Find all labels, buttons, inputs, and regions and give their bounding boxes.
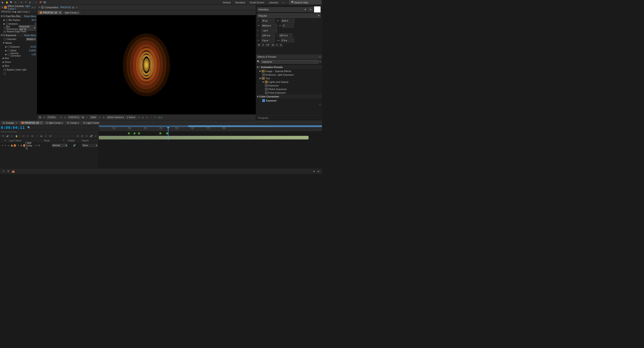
blur-dimensions-dropdown[interactable]: Horizontal and Ve ▾ <box>19 25 36 30</box>
layer-1-mode-dropdown[interactable]: Normal ▾ <box>52 144 68 147</box>
exposure-header[interactable]: fx Exposure Reset Abou <box>0 34 37 37</box>
comp-fit-icon[interactable]: ⊞ <box>60 116 63 119</box>
layer-1-audio[interactable]: ● <box>4 144 7 147</box>
timeline-tab-profog10[interactable]: PROFOG 10 ≡ <box>20 121 44 124</box>
exposure-value-stopwatch[interactable] <box>8 46 10 48</box>
tl-label-icon[interactable]: 🏷 <box>21 134 25 138</box>
effects-search-input[interactable] <box>261 60 318 64</box>
comp-stereo3-icon[interactable]: ⊡ <box>145 116 148 119</box>
layer-1-lock[interactable]: 🔒 <box>10 144 13 147</box>
blur-radius-value[interactable]: 90,0 <box>27 19 36 21</box>
text-style-T1[interactable]: T <box>257 43 261 47</box>
exposure-reset[interactable]: Reset <box>24 34 30 36</box>
gamma-stopwatch[interactable] <box>8 54 10 56</box>
metrics-dropdown[interactable]: Metrics ▾ <box>261 24 277 28</box>
fast-box-blur-reset[interactable]: Reset <box>24 15 30 18</box>
effects-presets-menu-icon[interactable]: ≡ <box>319 56 321 58</box>
track-bar-1[interactable] <box>99 136 308 140</box>
tl-bottom-nav-right[interactable]: ▶ <box>316 169 321 173</box>
expand-bottom-icon[interactable]: ↗ <box>319 103 321 106</box>
tl-bottom-1[interactable]: ⊙ <box>1 169 6 173</box>
fast-box-blur-header[interactable]: fx Fast Box Blur Reset Abou <box>0 14 37 18</box>
select-tool-icon[interactable]: ▶ <box>1 1 4 4</box>
tl-comp-btn1[interactable]: ⊟ <box>76 134 80 138</box>
animation-presets-header[interactable]: * Animation Presets <box>256 65 322 70</box>
tl-3d-icon[interactable]: 3D <box>48 134 52 138</box>
pen-tool-icon[interactable]: ✒ <box>20 1 23 4</box>
comp-snapshot-icon[interactable]: 📷 <box>82 116 85 119</box>
red-group-header[interactable]: Red <box>0 56 37 60</box>
comp-grid-icon[interactable]: ⊡ <box>64 116 67 119</box>
exposure-value-row[interactable]: Exposure 10,00 <box>0 45 37 49</box>
blur-dimensions-row[interactable]: Blur Dimensions Horizontal and Ve ▾ <box>0 26 37 30</box>
comp-refresh-icon[interactable]: ↺ <box>153 116 156 119</box>
font-edit-btn[interactable]: ✏ <box>308 7 313 12</box>
view-dropdown[interactable]: 1 View ▾ <box>126 116 136 119</box>
tl-solo-icon[interactable]: S <box>10 134 14 138</box>
search-bar[interactable]: 🔍 <box>290 0 321 4</box>
zoom-dropdown[interactable]: 74,6% ▾ <box>46 116 56 119</box>
tl-visibility-icon[interactable]: 👁 <box>1 134 5 138</box>
offset-stopwatch[interactable] <box>8 50 10 52</box>
flicker-exposure-file[interactable]: Flicker Exposure <box>256 87 322 91</box>
exposure-preset-file[interactable]: Exposure <box>256 84 322 87</box>
tl-lock-icon[interactable]: 🔒 <box>14 134 18 138</box>
tl-adjustment-icon[interactable]: ⊙ <box>44 134 48 138</box>
master-group-header[interactable]: Master <box>0 41 37 45</box>
font-size-input[interactable]: 36 px <box>261 19 275 23</box>
text-style-T-super[interactable]: T <box>276 43 279 47</box>
tab-profog10-menu[interactable]: ≡ <box>40 122 42 124</box>
workspace-libraries[interactable]: Libraries <box>268 1 279 4</box>
comp-panel-menu-icon[interactable]: ≡ <box>76 6 78 9</box>
tl-comp-btn4[interactable]: 🔗 <box>89 134 93 138</box>
repeat-edge-pixels-checkbox[interactable] <box>4 30 6 33</box>
tl-comp-btn3[interactable]: ⊡ <box>85 134 89 138</box>
layer-1-anchor-icon[interactable]: ⊙ <box>35 144 36 146</box>
fast-box-blur-about[interactable]: Abou <box>31 15 36 18</box>
text-tool-icon[interactable]: T <box>24 1 28 4</box>
embosse-file[interactable]: Embosse...tiple Exposure <box>256 73 322 76</box>
comp-stereo1-icon[interactable]: ⊟ <box>137 116 140 119</box>
baseline-input[interactable]: 0 px ▾ <box>261 38 275 42</box>
layer-1-fx-icon[interactable]: / fx <box>38 144 40 146</box>
gamma-row[interactable]: Gamma Correction 1,00 <box>0 52 37 56</box>
font-style-dropdown[interactable]: Regular ▾ <box>257 14 321 18</box>
bypass-linear-light-checkbox[interactable] <box>4 69 6 71</box>
tl-transfer-icon[interactable]: ↔ <box>35 134 39 138</box>
font-auto-input[interactable]: Auto ▾ <box>281 19 294 23</box>
zoom-tool-icon[interactable]: 🔍 <box>10 1 13 4</box>
tracking-input[interactable]: 0 <box>282 24 294 28</box>
green-group-header[interactable]: Green <box>0 60 37 64</box>
workspace-expand-icon[interactable]: » <box>282 1 285 4</box>
timeline-tab-footage[interactable]: footage ✕ <box>1 121 19 124</box>
tl-motion-blur-icon[interactable]: ◉ <box>39 134 43 138</box>
timeline-search-icon[interactable]: 🔍 <box>28 126 30 129</box>
shape-tool-icon[interactable]: □ <box>34 1 38 4</box>
text-style-TT[interactable]: TT <box>265 43 270 47</box>
layer-1-label[interactable] <box>14 144 16 147</box>
blur-dimensions-stopwatch[interactable] <box>4 27 6 29</box>
blur-radius-stopwatch[interactable] <box>6 19 8 21</box>
layer-1-expand-icon[interactable]: ▶ <box>21 144 22 146</box>
comp-stereo2-icon[interactable]: ⊞ <box>141 116 144 119</box>
tl-num-icon[interactable]: # <box>26 134 30 138</box>
exposure-value[interactable]: 10,00 <box>27 46 36 48</box>
timeline-layer-row-1[interactable]: 👁 ● S 🔒 1 ▶ C [ light Comp 1] ⊙ / fx <box>0 143 98 148</box>
text-style-T2[interactable]: T <box>261 43 265 47</box>
panel-expand-icon[interactable]: » <box>34 6 36 9</box>
comp-close-icon[interactable]: ✕ <box>38 6 40 8</box>
tl-bottom-nav-left[interactable]: ◀ <box>312 169 316 173</box>
comp-tab-profog10[interactable]: PROFOG 10 ◀ <box>38 10 63 14</box>
blue-group-header[interactable]: Blue <box>0 64 37 68</box>
tl-bottom-2[interactable]: ⚙ <box>6 169 10 173</box>
pulse-exposure-file[interactable]: Pulse Exposure <box>256 91 322 94</box>
comp-monitor-icon[interactable]: 🖥 <box>42 116 46 119</box>
camera-dropdown[interactable]: Active Camera ▾ <box>106 116 125 119</box>
timeline-tab-lightcomp1[interactable]: light Comp 1 <box>44 121 65 124</box>
pin-tool-icon[interactable]: 📌 <box>38 1 42 4</box>
tab-footage-close[interactable]: ✕ <box>16 122 17 124</box>
layer-1-trkmat-icon[interactable]: 🔗 <box>72 144 76 146</box>
panel-menu-icon[interactable]: ≡ <box>32 6 33 9</box>
effects-search-clear-icon[interactable]: ✕ <box>319 60 321 63</box>
comp-stereo4-icon[interactable]: ↔ <box>149 116 152 119</box>
